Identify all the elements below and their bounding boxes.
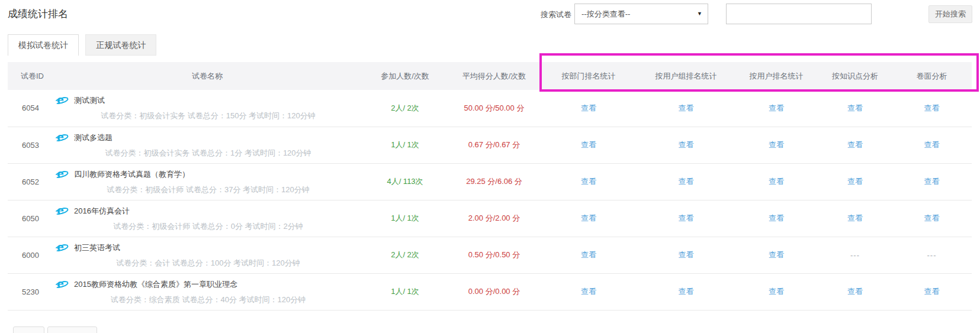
paper-meta: 试卷分类：初级会计师 试卷总分：37分 考试时间：120分钟 — [55, 185, 361, 195]
view-link[interactable]: 查看 — [924, 214, 940, 222]
view-link[interactable]: 查看 — [769, 177, 784, 186]
knowledge-analysis-cell: 查看 — [818, 163, 892, 200]
page-title: 成绩统计排名 — [8, 7, 68, 21]
usergroup-ranking-cell: 查看 — [638, 90, 734, 127]
view-link[interactable]: 查看 — [679, 287, 694, 296]
view-link[interactable]: 查看 — [581, 104, 596, 112]
knowledge-analysis-cell: 查看 — [818, 273, 892, 310]
participants-count: 2人/ 2次 — [361, 237, 449, 273]
view-link[interactable]: 查看 — [581, 250, 596, 259]
usergroup-ranking-cell: 查看 — [638, 163, 734, 200]
view-link[interactable]: 查看 — [847, 104, 863, 112]
view-link[interactable]: 查看 — [581, 214, 596, 222]
table-row: 6052 e 四川教师资格考试真题（教育学） 试卷分类：初级会计师 试卷总分：3… — [8, 163, 972, 200]
paper-meta: 试卷分类：初级会计实务 试卷总分：150分 考试时间：120分钟 — [55, 111, 361, 121]
user-ranking-cell: 查看 — [734, 200, 818, 237]
paper-icon: e — [55, 169, 68, 180]
view-link[interactable]: 查看 — [581, 177, 596, 186]
knowledge-analysis-cell: 查看 — [818, 200, 892, 237]
tab-formal-paper-stats[interactable]: 正规试卷统计 — [85, 34, 156, 56]
average-score: 2.00 分/2.00 分 — [449, 200, 539, 237]
department-ranking-cell: 查看 — [539, 237, 638, 273]
table-row: 6053 e 测试多选题 试卷分类：初级会计实务 试卷总分：1分 考试时间：12… — [8, 127, 972, 163]
header-paper-id: 试卷ID — [8, 62, 53, 90]
paper-icon: e — [55, 95, 68, 106]
user-ranking-cell: 查看 — [734, 127, 818, 163]
tab-mock-paper-stats[interactable]: 模拟试卷统计 — [8, 34, 79, 56]
department-ranking-cell: 查看 — [539, 90, 638, 127]
paper-analysis-cell: 查看 — [892, 200, 972, 237]
paper-name-cell: e 测试多选题 试卷分类：初级会计实务 试卷总分：1分 考试时间：120分钟 — [53, 127, 361, 163]
view-link[interactable]: 查看 — [679, 140, 694, 149]
paper-analysis-cell: --- — [892, 237, 972, 273]
paper-id: 6053 — [8, 127, 53, 163]
search-input[interactable] — [726, 4, 872, 24]
knowledge-analysis-cell: 查看 — [818, 90, 892, 127]
view-link[interactable]: 查看 — [924, 177, 940, 186]
paper-analysis-cell: 查看 — [892, 273, 972, 310]
paper-analysis-cell: 查看 — [892, 90, 972, 127]
view-link[interactable]: 查看 — [847, 287, 863, 296]
score-stats-table: 试卷ID 试卷名称 参加人数/次数 平均得分人数/次数 按部门排名统计 按用户组… — [8, 62, 972, 311]
paper-name: 四川教师资格考试真题（教育学） — [74, 169, 189, 180]
category-select-value: --按分类查看-- — [581, 9, 630, 18]
paper-name-cell: e 初三英语考试 试卷分类：会计 试卷总分：100分 考试时间：120分钟 — [53, 237, 361, 273]
view-link[interactable]: 查看 — [769, 214, 784, 222]
user-ranking-cell: 查看 — [734, 90, 818, 127]
paper-meta: 试卷分类：初级会计师 试卷总分：0分 考试时间：2分钟 — [55, 221, 361, 232]
paper-name: 初三英语考试 — [74, 243, 120, 253]
view-link[interactable]: 查看 — [924, 140, 940, 149]
table-row: 6050 e 2016年仿真会计 试卷分类：初级会计师 试卷总分：0分 考试时间… — [8, 200, 972, 237]
paper-id: 6052 — [8, 163, 53, 200]
chevron-down-icon: ▼ — [697, 4, 702, 24]
department-ranking-cell: 查看 — [539, 127, 638, 163]
view-link[interactable]: 查看 — [679, 250, 694, 259]
department-ranking-cell: 查看 — [539, 163, 638, 200]
view-link[interactable]: 查看 — [679, 214, 694, 222]
participants-count: 4人/ 113次 — [361, 163, 449, 200]
view-link[interactable]: 查看 — [769, 104, 784, 112]
paper-name: 2016年仿真会计 — [74, 206, 130, 216]
paper-name-cell: e 2016年仿真会计 试卷分类：初级会计师 试卷总分：0分 考试时间：2分钟 — [53, 200, 361, 237]
paper-meta: 试卷分类：综合素质 试卷总分：40分 考试时间：120分钟 — [55, 295, 361, 305]
view-link[interactable]: 查看 — [924, 104, 940, 112]
usergroup-ranking-cell: 查看 — [638, 237, 734, 273]
view-link[interactable]: 查看 — [847, 177, 863, 186]
category-select[interactable]: --按分类查看-- ▼ — [574, 4, 708, 24]
view-link[interactable]: 查看 — [581, 140, 596, 149]
header-department-ranking: 按部门排名统计 — [539, 62, 638, 90]
paper-analysis-cell: 查看 — [892, 163, 972, 200]
participants-count: 2人/ 2次 — [361, 90, 449, 127]
view-link[interactable]: 查看 — [847, 214, 863, 222]
view-link[interactable]: 查看 — [679, 177, 694, 186]
view-link[interactable]: 查看 — [679, 104, 694, 112]
table-row: 5230 e 2015教师资格幼教《综合素质》第一章职业理念 试卷分类：综合素质… — [8, 273, 972, 310]
pagination-button[interactable] — [47, 326, 97, 333]
paper-icon: e — [55, 279, 68, 290]
pagination-button[interactable] — [13, 326, 44, 333]
view-link[interactable]: 查看 — [769, 140, 784, 149]
knowledge-analysis-cell: --- — [818, 237, 892, 273]
no-data-dash: --- — [927, 251, 937, 260]
paper-name: 测试测试 — [74, 95, 105, 106]
paper-name: 测试多选题 — [74, 132, 113, 143]
average-score: 0.50 分/0.50 分 — [449, 237, 539, 273]
header-paper-name: 试卷名称 — [53, 62, 361, 90]
search-button[interactable]: 开始搜索 — [928, 5, 972, 23]
header-average-score: 平均得分人数/次数 — [449, 62, 539, 90]
view-link[interactable]: 查看 — [924, 287, 940, 296]
view-link[interactable]: 查看 — [769, 250, 784, 259]
paper-analysis-cell: 查看 — [892, 127, 972, 163]
paper-name-cell: e 2015教师资格幼教《综合素质》第一章职业理念 试卷分类：综合素质 试卷总分… — [53, 273, 361, 310]
paper-name: 2015教师资格幼教《综合素质》第一章职业理念 — [74, 279, 237, 290]
average-score: 50.00 分/50.00 分 — [449, 90, 539, 127]
header-knowledge-analysis: 按知识点分析 — [818, 62, 892, 90]
usergroup-ranking-cell: 查看 — [638, 127, 734, 163]
search-label: 搜索试卷： — [541, 9, 579, 20]
paper-icon: e — [55, 242, 68, 254]
view-link[interactable]: 查看 — [769, 287, 784, 296]
paper-meta: 试卷分类：会计 试卷总分：100分 考试时间：120分钟 — [55, 258, 361, 269]
view-link[interactable]: 查看 — [581, 287, 596, 296]
average-score: 29.25 分/6.06 分 — [449, 163, 539, 200]
view-link[interactable]: 查看 — [847, 140, 863, 149]
